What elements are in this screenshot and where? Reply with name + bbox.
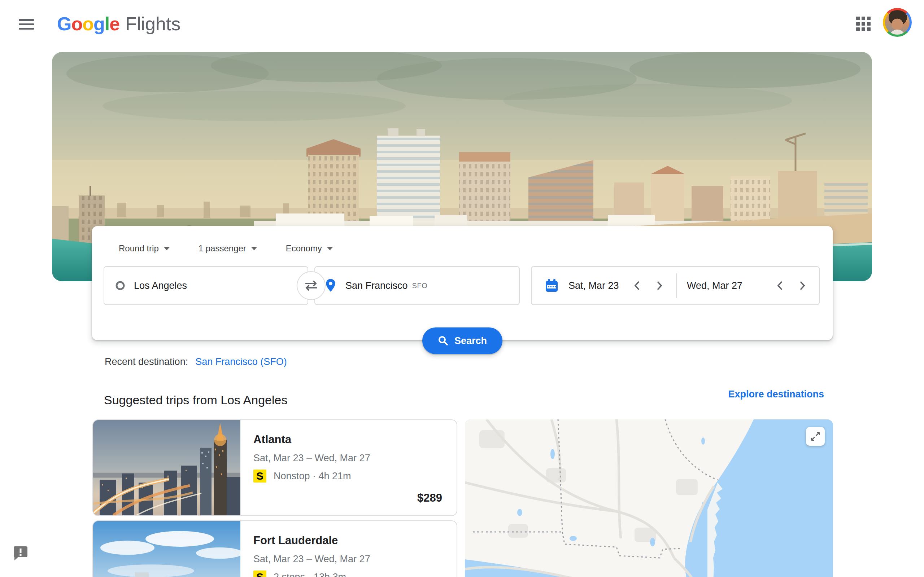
trip-card-fort-lauderdale[interactable]: Fort Lauderdale Sat, Mar 23 – Wed, Mar 2… — [92, 521, 457, 577]
trip-thumbnail-fort-lauderdale — [93, 521, 241, 577]
chevron-right-icon — [798, 280, 806, 291]
logo-letter: e — [109, 13, 120, 35]
chevron-down-icon — [164, 247, 170, 250]
google-flights-logo[interactable]: G o o g l e Flights — [57, 13, 181, 35]
explore-destinations-link[interactable]: Explore destinations — [727, 389, 824, 400]
trip-dates: Sat, Mar 23 – Wed, Mar 27 — [254, 453, 442, 464]
search-options-row: Round trip 1 passenger Economy — [115, 240, 336, 256]
chevron-left-icon — [633, 280, 641, 291]
chevron-left-icon — [776, 280, 784, 291]
expand-map-button[interactable] — [806, 427, 825, 446]
recent-destination-label: Recent destination: — [105, 356, 188, 367]
trip-card-body: Atlanta Sat, Mar 23 – Wed, Mar 27 S Nons… — [241, 420, 457, 515]
menu-line — [19, 19, 34, 21]
menu-line — [19, 23, 34, 25]
swap-origin-destination-button[interactable] — [297, 271, 326, 300]
return-date-steppers — [773, 279, 809, 293]
trip-city: Fort Lauderdale — [254, 534, 442, 547]
return-date[interactable]: Wed, Mar 27 — [677, 267, 819, 305]
avatar-ring — [883, 8, 912, 37]
departure-date-previous-button[interactable] — [630, 279, 644, 293]
trip-card-body: Fort Lauderdale Sat, Mar 23 – Wed, Mar 2… — [241, 521, 457, 577]
spirit-airlines-logo: S — [254, 571, 267, 577]
search-icon — [438, 335, 449, 346]
fullscreen-icon — [810, 431, 821, 442]
top-app-bar: G o o g l e Flights — [0, 0, 924, 46]
suggested-trips-heading: Suggested trips from Los Angeles — [104, 393, 287, 407]
recent-destination-link[interactable]: San Francisco (SFO) — [195, 356, 287, 367]
trip-dates: Sat, Mar 23 – Wed, Mar 27 — [254, 554, 442, 565]
speech-bubble-exclamation-icon — [12, 544, 29, 561]
recent-destination-row: Recent destination: San Francisco (SFO) — [105, 356, 287, 367]
origin-field[interactable]: Los Angeles — [103, 266, 308, 305]
trip-detail-row: S Nonstop · 4h 21m — [254, 469, 442, 482]
search-button[interactable]: Search — [422, 327, 502, 354]
spirit-airlines-logo: S — [254, 469, 267, 482]
passengers-dropdown[interactable]: 1 passenger — [195, 240, 261, 256]
logo-letter: g — [94, 13, 105, 35]
logo-letter: o — [82, 13, 94, 35]
trip-stops-duration: Nonstop · 4h 21m — [274, 471, 351, 482]
menu-icon[interactable] — [17, 15, 36, 32]
chevron-down-icon — [251, 247, 257, 250]
return-date-previous-button[interactable] — [773, 279, 787, 293]
origin-value: Los Angeles — [134, 280, 187, 292]
trip-type-value: Round trip — [119, 243, 159, 253]
swap-icon — [303, 280, 319, 292]
fort-lauderdale-skyline-illustration — [93, 521, 241, 577]
destination-value: San Francisco — [346, 280, 408, 292]
logo-letter: G — [57, 13, 71, 35]
map-southeast-us — [465, 419, 833, 577]
flight-search-card: Round trip 1 passenger Economy Los Angel… — [92, 226, 833, 340]
trip-price: $289 — [417, 492, 442, 504]
return-date-next-button[interactable] — [795, 279, 809, 293]
return-date-value: Wed, Mar 27 — [687, 280, 743, 292]
destination-airport-code: SFO — [412, 282, 428, 290]
feedback-icon[interactable] — [11, 544, 30, 562]
product-name: Flights — [125, 13, 181, 35]
calendar-icon — [544, 278, 559, 293]
avatar-photo — [885, 10, 909, 35]
departure-date[interactable]: Sat, Mar 23 — [531, 267, 676, 305]
logo-letter: l — [105, 13, 109, 35]
departure-date-steppers — [630, 279, 667, 293]
trip-detail-row: S 2 stops · 13h 3m — [254, 571, 442, 577]
chevron-right-icon — [656, 280, 663, 291]
trip-card-atlanta[interactable]: Atlanta Sat, Mar 23 – Wed, Mar 27 S Nons… — [92, 419, 457, 516]
chevron-down-icon — [327, 247, 333, 250]
cabin-class-dropdown[interactable]: Economy — [282, 240, 336, 256]
origin-circle-icon — [115, 280, 125, 291]
trip-city: Atlanta — [254, 433, 442, 446]
cabin-class-value: Economy — [286, 243, 322, 253]
destination-pin-icon — [325, 279, 337, 293]
trip-thumbnail-atlanta — [93, 420, 241, 515]
logo-letter: o — [71, 13, 82, 35]
trip-stops-duration: 2 stops · 13h 3m — [274, 572, 346, 577]
search-button-label: Search — [454, 335, 487, 347]
apps-grid-icon[interactable] — [855, 15, 872, 32]
destinations-map[interactable] — [465, 419, 833, 577]
account-avatar[interactable] — [883, 8, 912, 37]
passengers-value: 1 passenger — [199, 243, 246, 253]
dates-field: Sat, Mar 23 Wed, Mar 27 — [531, 266, 820, 305]
destination-field[interactable]: San Francisco SFO — [314, 266, 520, 305]
atlanta-skyline-illustration — [93, 420, 241, 515]
departure-date-next-button[interactable] — [652, 279, 667, 293]
trip-type-dropdown[interactable]: Round trip — [115, 240, 173, 256]
menu-line — [19, 28, 34, 29]
departure-date-value: Sat, Mar 23 — [569, 280, 619, 292]
